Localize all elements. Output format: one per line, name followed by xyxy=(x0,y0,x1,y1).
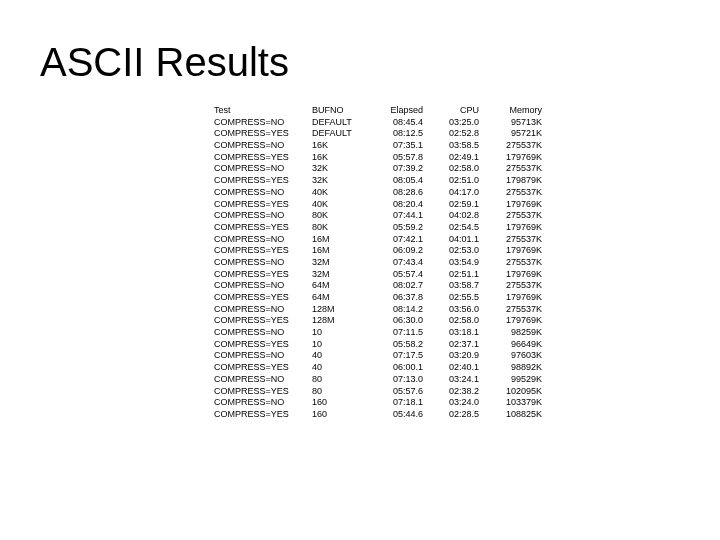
cell-elapsed: 07:13.0 xyxy=(371,374,427,386)
cell-elapsed: 05:44.6 xyxy=(371,409,427,421)
table-row: COMPRESS=YESDEFAULT08:12.502:52.895721K xyxy=(210,128,546,140)
cell-bufno: 80 xyxy=(308,374,371,386)
cell-bufno: 80K xyxy=(308,210,371,222)
cell-test: COMPRESS=YES xyxy=(210,386,308,398)
table-row: COMPRESS=YES80K05:59.202:54.5179769K xyxy=(210,222,546,234)
cell-cpu: 03:20.9 xyxy=(427,350,483,362)
cell-bufno: 160 xyxy=(308,397,371,409)
cell-test: COMPRESS=NO xyxy=(210,210,308,222)
cell-bufno: 80 xyxy=(308,386,371,398)
cell-memory: 275537K xyxy=(483,280,546,292)
table-row: COMPRESS=YES32K08:05.402:51.0179879K xyxy=(210,175,546,187)
cell-bufno: 80K xyxy=(308,222,371,234)
cell-cpu: 04:02.8 xyxy=(427,210,483,222)
cell-test: COMPRESS=NO xyxy=(210,350,308,362)
page-title: ASCII Results xyxy=(40,40,680,85)
table-row: COMPRESS=NODEFAULT08:45.403:25.095713K xyxy=(210,117,546,129)
cell-cpu: 02:52.8 xyxy=(427,128,483,140)
cell-memory: 179769K xyxy=(483,222,546,234)
cell-memory: 98892K xyxy=(483,362,546,374)
table-row: COMPRESS=YES16M06:09.202:53.0179769K xyxy=(210,245,546,257)
cell-test: COMPRESS=NO xyxy=(210,234,308,246)
header-bufno: BUFNO xyxy=(308,105,371,117)
cell-elapsed: 07:42.1 xyxy=(371,234,427,246)
table-row: COMPRESS=YES40K08:20.402:59.1179769K xyxy=(210,199,546,211)
cell-elapsed: 07:44.1 xyxy=(371,210,427,222)
cell-memory: 179769K xyxy=(483,269,546,281)
cell-test: COMPRESS=NO xyxy=(210,187,308,199)
cell-test: COMPRESS=YES xyxy=(210,222,308,234)
cell-elapsed: 07:17.5 xyxy=(371,350,427,362)
cell-test: COMPRESS=YES xyxy=(210,175,308,187)
cell-cpu: 02:37.1 xyxy=(427,339,483,351)
cell-memory: 97603K xyxy=(483,350,546,362)
cell-elapsed: 08:28.6 xyxy=(371,187,427,199)
cell-bufno: 40 xyxy=(308,350,371,362)
cell-memory: 275537K xyxy=(483,140,546,152)
cell-test: COMPRESS=YES xyxy=(210,339,308,351)
cell-bufno: DEFAULT xyxy=(308,128,371,140)
cell-cpu: 02:54.5 xyxy=(427,222,483,234)
cell-memory: 275537K xyxy=(483,187,546,199)
header-elapsed: Elapsed xyxy=(371,105,427,117)
cell-memory: 275537K xyxy=(483,234,546,246)
cell-cpu: 03:24.1 xyxy=(427,374,483,386)
cell-bufno: 16K xyxy=(308,140,371,152)
cell-memory: 275537K xyxy=(483,304,546,316)
table-row: COMPRESS=YES4006:00.102:40.198892K xyxy=(210,362,546,374)
table-row: COMPRESS=NO4007:17.503:20.997603K xyxy=(210,350,546,362)
header-test: Test xyxy=(210,105,308,117)
cell-memory: 179769K xyxy=(483,152,546,164)
cell-test: COMPRESS=NO xyxy=(210,257,308,269)
cell-cpu: 02:38.2 xyxy=(427,386,483,398)
cell-bufno: 32K xyxy=(308,175,371,187)
cell-elapsed: 07:35.1 xyxy=(371,140,427,152)
cell-cpu: 02:40.1 xyxy=(427,362,483,374)
cell-test: COMPRESS=NO xyxy=(210,163,308,175)
cell-elapsed: 05:57.6 xyxy=(371,386,427,398)
cell-bufno: 40 xyxy=(308,362,371,374)
cell-test: COMPRESS=NO xyxy=(210,140,308,152)
cell-bufno: 10 xyxy=(308,339,371,351)
cell-cpu: 02:51.1 xyxy=(427,269,483,281)
cell-test: COMPRESS=NO xyxy=(210,117,308,129)
cell-cpu: 02:49.1 xyxy=(427,152,483,164)
cell-cpu: 02:58.0 xyxy=(427,315,483,327)
table-row: COMPRESS=YES16005:44.602:28.5108825K xyxy=(210,409,546,421)
cell-elapsed: 06:09.2 xyxy=(371,245,427,257)
cell-elapsed: 05:57.4 xyxy=(371,269,427,281)
cell-cpu: 03:25.0 xyxy=(427,117,483,129)
table-row: COMPRESS=YES8005:57.602:38.2102095K xyxy=(210,386,546,398)
cell-cpu: 04:01.1 xyxy=(427,234,483,246)
cell-memory: 99529K xyxy=(483,374,546,386)
cell-elapsed: 07:18.1 xyxy=(371,397,427,409)
cell-elapsed: 08:02.7 xyxy=(371,280,427,292)
cell-test: COMPRESS=YES xyxy=(210,362,308,374)
cell-memory: 103379K xyxy=(483,397,546,409)
results-table: Test BUFNO Elapsed CPU Memory COMPRESS=N… xyxy=(210,105,546,421)
cell-memory: 102095K xyxy=(483,386,546,398)
cell-test: COMPRESS=NO xyxy=(210,280,308,292)
table-row: COMPRESS=YES32M05:57.402:51.1179769K xyxy=(210,269,546,281)
cell-elapsed: 06:37.8 xyxy=(371,292,427,304)
cell-test: COMPRESS=YES xyxy=(210,245,308,257)
cell-cpu: 02:51.0 xyxy=(427,175,483,187)
cell-test: COMPRESS=YES xyxy=(210,199,308,211)
cell-elapsed: 06:30.0 xyxy=(371,315,427,327)
table-row: COMPRESS=NO32M07:43.403:54.9275537K xyxy=(210,257,546,269)
cell-memory: 179879K xyxy=(483,175,546,187)
cell-test: COMPRESS=YES xyxy=(210,409,308,421)
cell-test: COMPRESS=YES xyxy=(210,315,308,327)
cell-bufno: 10 xyxy=(308,327,371,339)
cell-elapsed: 06:00.1 xyxy=(371,362,427,374)
cell-memory: 275537K xyxy=(483,257,546,269)
cell-elapsed: 08:05.4 xyxy=(371,175,427,187)
cell-cpu: 02:55.5 xyxy=(427,292,483,304)
cell-bufno: 16M xyxy=(308,234,371,246)
cell-memory: 108825K xyxy=(483,409,546,421)
table-row: COMPRESS=NO128M08:14.203:56.0275537K xyxy=(210,304,546,316)
cell-bufno: 64M xyxy=(308,280,371,292)
cell-bufno: 16M xyxy=(308,245,371,257)
table-row: COMPRESS=YES16K05:57.802:49.1179769K xyxy=(210,152,546,164)
table-row: COMPRESS=NO64M08:02.703:58.7275537K xyxy=(210,280,546,292)
